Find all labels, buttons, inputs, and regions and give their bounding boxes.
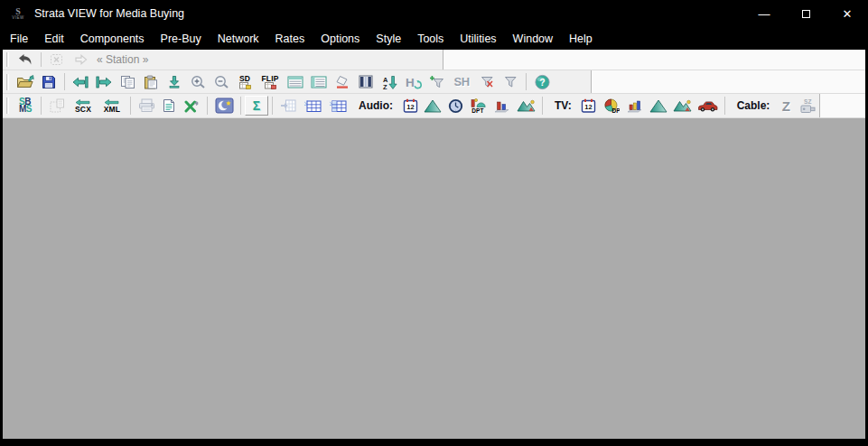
menu-item-window[interactable]: Window (505, 30, 561, 48)
preview-button[interactable] (158, 96, 180, 116)
toolbar-grip[interactable] (6, 98, 9, 115)
menu-item-options[interactable]: Options (313, 30, 368, 48)
zoom-out-button[interactable] (210, 72, 233, 92)
maximize-button[interactable] (785, 0, 826, 27)
menu-item-rates[interactable]: Rates (267, 30, 313, 48)
menu-item-prebuy[interactable]: Pre-Buy (153, 30, 210, 48)
app-window: S VIEW Strata VIEW for Media Buying — ✕ … (0, 0, 868, 446)
scx-import-button[interactable]: SCX (69, 96, 98, 116)
tv-schedule-button[interactable]: 12 (578, 96, 600, 116)
menu-item-network[interactable]: Network (210, 30, 267, 48)
audio-daypart-button[interactable] (444, 96, 466, 116)
audio-trends-button[interactable] (513, 96, 538, 116)
save-button[interactable] (37, 72, 61, 92)
xml-import-button[interactable]: XML (98, 96, 126, 116)
tv-trends-button[interactable] (670, 96, 695, 116)
tv-barchart-button[interactable] (623, 96, 647, 116)
toolbar-grip[interactable] (6, 52, 9, 67)
go-station-button (69, 50, 92, 70)
hide-refresh-button[interactable]: H (401, 72, 425, 92)
nighttime-button[interactable] (211, 96, 237, 116)
audio-schedule-button[interactable]: 12 (399, 96, 421, 116)
shift-left-button[interactable] (69, 72, 92, 92)
undo-icon (17, 53, 33, 67)
dotted-grid-icon (50, 98, 65, 113)
audio-section-label: Audio: (359, 99, 393, 112)
zoom-out-icon (213, 75, 230, 89)
station-toolbar-band: « Station » (3, 50, 443, 70)
funnel-plus-icon (429, 75, 444, 88)
svg-text:12: 12 (406, 103, 414, 111)
svg-text:DP: DP (612, 107, 621, 114)
tv-daypart-pie-button[interactable]: DP (600, 96, 623, 116)
cable-section-label: Cable: (737, 99, 770, 112)
minimize-button[interactable]: — (743, 0, 785, 27)
tv-auto-button[interactable] (695, 96, 721, 116)
area-chart-icon (673, 99, 692, 112)
show-hidden-button[interactable]: SH (448, 72, 475, 92)
workspace (3, 118, 865, 439)
sort-button[interactable]: A Z (378, 72, 401, 92)
print-button[interactable] (135, 96, 158, 116)
sbms-button[interactable]: SB MS (14, 96, 37, 116)
rows-alt-icon (311, 76, 327, 88)
remove-filter-button[interactable] (475, 72, 499, 92)
station-label: « Station » (97, 53, 148, 66)
flip-button[interactable]: FLIP (257, 72, 284, 92)
dpt-label: DPT (471, 107, 484, 114)
flip-box-glyph (265, 82, 276, 89)
go-arrow-icon (73, 53, 89, 66)
eraser-icon (334, 75, 350, 88)
import-to-line-button[interactable] (163, 72, 186, 92)
tv-ranker-button[interactable] (647, 96, 670, 116)
arrow-left-bar-icon (71, 76, 89, 88)
toolbar-row-station: « Station » (3, 50, 865, 70)
flip-label: FLIP (261, 75, 278, 82)
undo-button[interactable] (14, 50, 37, 70)
paste-button[interactable] (139, 72, 163, 92)
zoom-in-button[interactable] (186, 72, 210, 92)
toolbar-separator (64, 73, 65, 90)
close-button[interactable]: ✕ (826, 0, 868, 27)
sd-button[interactable]: SD (233, 72, 257, 92)
cancel-station-button (45, 50, 69, 70)
menu-item-style[interactable]: Style (368, 30, 409, 48)
menu-item-components[interactable]: Components (72, 30, 153, 48)
excel-export-button[interactable] (180, 96, 203, 116)
toolbar-separator (272, 97, 273, 115)
sd-grid-icon: SD (239, 75, 251, 89)
title-bar: S VIEW Strata VIEW for Media Buying — ✕ (0, 0, 868, 27)
paste-icon (144, 75, 158, 89)
audio-barchart-button[interactable] (490, 96, 513, 116)
funnel-x-icon (479, 75, 495, 88)
copy-icon (120, 75, 135, 89)
menu-item-help[interactable]: Help (561, 30, 601, 48)
menu-item-edit[interactable]: Edit (36, 30, 72, 48)
add-filter-button[interactable] (425, 72, 448, 92)
highlight-button[interactable] (331, 72, 354, 92)
audio-ranker-button[interactable] (421, 96, 444, 116)
audio-dpt-button[interactable]: DPT (466, 96, 490, 116)
row-style-alt-button[interactable] (307, 72, 331, 92)
help-button[interactable]: ? (530, 72, 554, 92)
menu-item-file[interactable]: File (2, 30, 36, 48)
car-icon (697, 100, 718, 112)
cable-z-button[interactable]: Z (776, 96, 796, 116)
row-style-button[interactable] (284, 72, 307, 92)
menu-item-tools[interactable]: Tools (409, 30, 452, 48)
menu-item-utilities[interactable]: Utilities (452, 30, 504, 48)
toolbar-grip[interactable] (6, 74, 9, 90)
toolbar-separator (542, 97, 543, 115)
dpt-chart-icon: DPT (470, 98, 486, 114)
grid-view-button[interactable] (300, 96, 325, 116)
totals-button[interactable]: Σ (245, 96, 268, 116)
window-title: Strata VIEW for Media Buying (34, 7, 743, 20)
filter-button[interactable] (499, 72, 522, 92)
clock-icon (448, 98, 463, 114)
copy-button[interactable] (116, 72, 139, 92)
dpt-chart-glyph (470, 98, 486, 107)
shift-right-button[interactable] (92, 72, 116, 92)
column-style-button[interactable] (354, 72, 378, 92)
open-button[interactable] (14, 72, 37, 92)
grid-view-alt-button[interactable] (325, 96, 350, 116)
